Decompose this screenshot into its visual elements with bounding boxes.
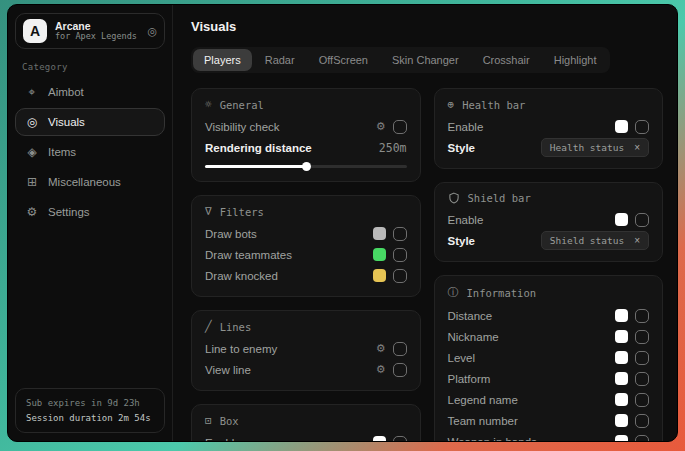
panel-title: Lines <box>220 321 252 333</box>
setting-label: Line to enemy <box>205 343 277 355</box>
color-swatch[interactable] <box>373 227 386 240</box>
setting-row: Rendering distance 250m <box>205 137 407 158</box>
tab-players[interactable]: Players <box>193 49 252 71</box>
rendering-distance-slider[interactable] <box>205 161 407 171</box>
color-swatch[interactable] <box>373 248 386 261</box>
platform-checkbox[interactable] <box>635 372 649 386</box>
panel-title: Shield bar <box>468 192 531 204</box>
legend-name-checkbox[interactable] <box>635 393 649 407</box>
cube-icon: ◈ <box>25 145 39 159</box>
setting-label: Enable <box>448 214 484 226</box>
setting-label: Nickname <box>448 331 499 343</box>
view-line-checkbox[interactable] <box>393 363 407 377</box>
tab-crosshair[interactable]: Crosshair <box>472 49 541 71</box>
color-swatch[interactable] <box>373 269 386 282</box>
color-swatch[interactable] <box>615 393 628 406</box>
setting-row: Visibility check ⚙ <box>205 116 407 137</box>
target-icon[interactable]: ◎ <box>147 25 157 38</box>
gear-icon[interactable]: ⚙ <box>376 364 386 375</box>
color-swatch[interactable] <box>615 351 628 364</box>
session-duration-text: Session duration 2m 54s <box>26 411 154 425</box>
app-window: A Arcane for Apex Legends ◎ Category ⌖ A… <box>7 4 678 442</box>
color-swatch[interactable] <box>615 120 628 133</box>
health-style-select[interactable]: Health status × <box>541 138 649 157</box>
tab-skin-changer[interactable]: Skin Changer <box>381 49 470 71</box>
nickname-checkbox[interactable] <box>635 330 649 344</box>
color-swatch[interactable] <box>615 372 628 385</box>
setting-row: View line ⚙ <box>205 359 407 380</box>
gear-icon: ⚙ <box>25 205 39 219</box>
app-subtitle: for Apex Legends <box>55 32 139 42</box>
app-logo: A <box>23 19 47 43</box>
setting-row: Enable <box>205 432 407 441</box>
draw-knocked-checkbox[interactable] <box>393 269 407 283</box>
slider-thumb[interactable] <box>302 162 311 171</box>
setting-row: Team number <box>448 410 650 431</box>
line-to-enemy-checkbox[interactable] <box>393 342 407 356</box>
panel-health-bar: ⊕ Health bar Enable Style Health stat <box>434 88 664 169</box>
sidebar-item-settings[interactable]: ⚙ Settings <box>15 198 165 226</box>
setting-row: Enable <box>448 116 650 137</box>
info-icon: ⓘ <box>448 285 459 300</box>
sidebar-item-aimbot[interactable]: ⌖ Aimbot <box>15 78 165 106</box>
distance-checkbox[interactable] <box>635 309 649 323</box>
gear-icon[interactable]: ⚙ <box>376 343 386 354</box>
setting-row: Draw teammates <box>205 244 407 265</box>
sidebar-item-miscellaneous[interactable]: ⊞ Miscellaneous <box>15 168 165 196</box>
sidebar-item-visuals[interactable]: ◎ Visuals <box>15 108 165 136</box>
setting-row: Legend name <box>448 389 650 410</box>
level-checkbox[interactable] <box>635 351 649 365</box>
setting-row: Nickname <box>448 326 650 347</box>
color-swatch[interactable] <box>615 330 628 343</box>
close-icon[interactable]: × <box>634 143 640 153</box>
funnel-icon: ∇ <box>205 205 212 218</box>
sidebar-item-items[interactable]: ◈ Items <box>15 138 165 166</box>
draw-teammates-checkbox[interactable] <box>393 248 407 262</box>
visibility-check-checkbox[interactable] <box>393 120 407 134</box>
tab-radar[interactable]: Radar <box>254 49 306 71</box>
box-icon: ⊡ <box>205 414 212 427</box>
main-content: Visuals Players Radar OffScreen Skin Cha… <box>173 5 677 441</box>
panel-information: ⓘ Information Distance Nickname <box>434 275 664 441</box>
setting-row: Line to enemy ⚙ <box>205 338 407 359</box>
color-swatch[interactable] <box>615 414 628 427</box>
slider-fill <box>205 165 306 168</box>
shield-style-select[interactable]: Shield status × <box>541 231 649 250</box>
setting-label: Platform <box>448 373 491 385</box>
setting-label: Draw knocked <box>205 270 278 282</box>
eye-scan-icon: ◎ <box>25 115 39 129</box>
setting-row: Style Health status × <box>448 137 650 158</box>
sidebar-item-label: Miscellaneous <box>48 176 121 188</box>
setting-row: Enable <box>448 209 650 230</box>
panel-general: ☼ General Visibility check ⚙ Rendering d… <box>191 88 421 182</box>
box-enable-checkbox[interactable] <box>393 436 407 442</box>
gear-icon[interactable]: ⚙ <box>376 121 386 132</box>
selected-option: Health status <box>550 142 624 153</box>
crosshair-icon: ⌖ <box>25 85 39 99</box>
setting-row: Weapon in hands <box>448 431 650 441</box>
color-swatch[interactable] <box>615 213 628 226</box>
draw-bots-checkbox[interactable] <box>393 227 407 241</box>
shield-enable-checkbox[interactable] <box>635 213 649 227</box>
setting-row: Draw bots <box>205 223 407 244</box>
diagonal-line-icon: ╱ <box>205 320 212 333</box>
panel-lines: ╱ Lines Line to enemy ⚙ View line ⚙ <box>191 310 421 391</box>
panel-shield-bar: Shield bar Enable Style Shield status <box>434 182 664 262</box>
team-number-checkbox[interactable] <box>635 414 649 428</box>
brand-card: A Arcane for Apex Legends ◎ <box>15 13 165 49</box>
setting-row: Draw knocked <box>205 265 407 286</box>
panel-title: Filters <box>220 206 264 218</box>
visuals-tabs: Players Radar OffScreen Skin Changer Cro… <box>191 47 610 73</box>
color-swatch[interactable] <box>615 435 628 441</box>
setting-label: Legend name <box>448 394 518 406</box>
setting-row: Level <box>448 347 650 368</box>
sun-icon: ☼ <box>205 98 212 111</box>
weapon-in-hands-checkbox[interactable] <box>635 435 649 442</box>
tab-offscreen[interactable]: OffScreen <box>308 49 379 71</box>
health-enable-checkbox[interactable] <box>635 120 649 134</box>
close-icon[interactable]: × <box>634 236 640 246</box>
selected-option: Shield status <box>550 235 624 246</box>
color-swatch[interactable] <box>615 309 628 322</box>
tab-highlight[interactable]: Highlight <box>543 49 608 71</box>
color-swatch[interactable] <box>373 436 386 441</box>
